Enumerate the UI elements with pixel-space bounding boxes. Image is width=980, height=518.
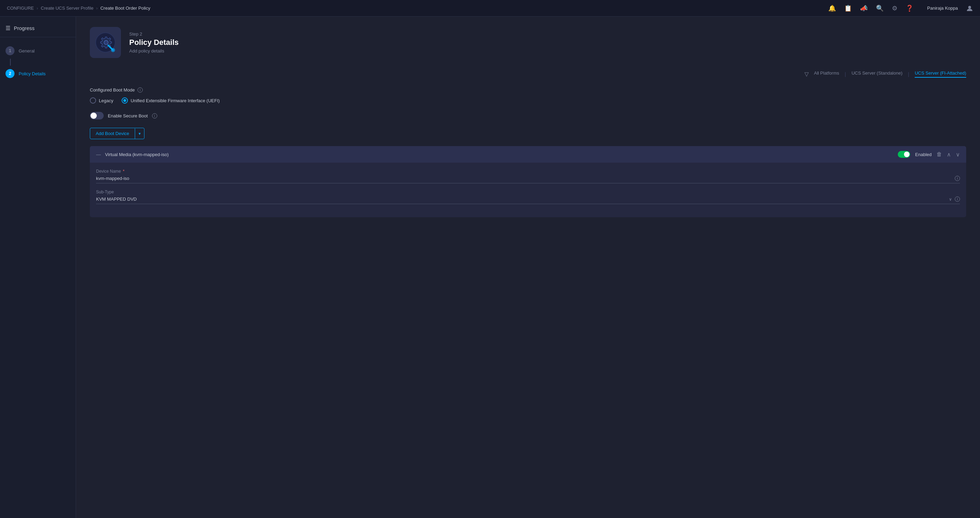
search-icon[interactable]: 🔍 bbox=[876, 5, 884, 12]
step-circle-1: 1 bbox=[6, 46, 14, 55]
device-card-0: — Virtual Media (kvm-mapped-iso) Enabled… bbox=[90, 146, 966, 217]
radio-circle-uefi bbox=[122, 97, 128, 103]
main-content: Step 2 Policy Details Add policy details… bbox=[76, 17, 980, 518]
secure-boot-info-icon[interactable]: i bbox=[152, 113, 157, 118]
breadcrumb: CONFIGURE › Create UCS Server Profile › … bbox=[7, 6, 828, 11]
field-device-name: Device Name * i bbox=[96, 169, 960, 183]
megaphone-icon[interactable]: 📣 bbox=[860, 5, 868, 12]
policy-header: Step 2 Policy Details Add policy details bbox=[90, 27, 966, 58]
help-icon[interactable]: ❓ bbox=[906, 5, 913, 12]
device-delete-icon[interactable]: 🗑 bbox=[937, 151, 942, 157]
field-label-device-name: Device Name * bbox=[96, 169, 960, 174]
page-subtitle: Add policy details bbox=[129, 48, 179, 54]
sidebar-item-general[interactable]: 1 General bbox=[0, 43, 76, 59]
nav-icons: 🔔 📋 📣 🔍 ⚙ ❓ Paniraja Koppa bbox=[828, 5, 973, 12]
add-boot-row: Add Boot Device ▾ bbox=[90, 128, 966, 139]
device-down-icon[interactable]: ∨ bbox=[956, 151, 960, 158]
toggle-knob bbox=[91, 113, 97, 119]
radio-legacy[interactable]: Legacy bbox=[90, 97, 113, 103]
device-name-info-icon[interactable]: i bbox=[955, 176, 960, 181]
policy-icon-container bbox=[90, 27, 121, 58]
platform-sep-1: | bbox=[845, 72, 846, 77]
breadcrumb-configure[interactable]: CONFIGURE bbox=[7, 6, 34, 11]
platform-tab-standalone[interactable]: UCS Server (Standalone) bbox=[851, 70, 902, 78]
boot-mode-section: Configured Boot Mode i Legacy Unified Ex… bbox=[90, 87, 966, 103]
platform-sep-2: | bbox=[908, 72, 910, 77]
field-sub-type: Sub-Type KVM MAPPED DVD ∨ i bbox=[96, 189, 960, 204]
sidebar-title: Progress bbox=[14, 25, 35, 31]
add-boot-main-btn[interactable]: Add Boot Device bbox=[90, 128, 135, 139]
sub-type-chevron-icon[interactable]: ∨ bbox=[949, 197, 952, 202]
sub-type-value: KVM MAPPED DVD bbox=[96, 197, 946, 202]
field-input-row-device-name: i bbox=[96, 176, 960, 183]
main-layout: ☰ Progress 1 General 2 Policy Details bbox=[0, 17, 980, 518]
svg-point-2 bbox=[104, 40, 108, 44]
add-boot-device-button[interactable]: Add Boot Device ▾ bbox=[90, 128, 145, 139]
boot-mode-info-icon[interactable]: i bbox=[138, 87, 143, 92]
device-collapse-icon[interactable]: — bbox=[96, 152, 101, 157]
clipboard-icon[interactable]: 📋 bbox=[844, 5, 852, 12]
field-required-marker: * bbox=[123, 169, 124, 174]
topnav: CONFIGURE › Create UCS Server Profile › … bbox=[0, 0, 980, 17]
secure-boot-row: Enable Secure Boot i bbox=[90, 112, 966, 119]
secure-boot-label: Enable Secure Boot bbox=[108, 113, 148, 118]
device-header-right: Enabled 🗑 ∧ ∨ bbox=[898, 151, 960, 158]
step-circle-2: 2 bbox=[6, 69, 14, 78]
radio-label-uefi: Unified Extensible Firmware Interface (U… bbox=[130, 98, 220, 103]
device-enabled-toggle[interactable] bbox=[898, 151, 910, 158]
sidebar-label-general: General bbox=[19, 48, 35, 54]
sidebar: ☰ Progress 1 General 2 Policy Details bbox=[0, 17, 76, 518]
device-name-input[interactable] bbox=[96, 176, 952, 181]
radio-dot-uefi bbox=[123, 99, 126, 102]
sidebar-label-policy-details: Policy Details bbox=[19, 71, 46, 76]
sidebar-item-policy-details[interactable]: 2 Policy Details bbox=[0, 66, 76, 81]
field-label-sub-type: Sub-Type bbox=[96, 189, 960, 194]
device-up-icon[interactable]: ∧ bbox=[947, 151, 951, 158]
step-connector bbox=[10, 59, 11, 66]
platform-filter: ▽ All Platforms | UCS Server (Standalone… bbox=[90, 70, 966, 78]
device-card-body: Device Name * i Sub-Type KVM MAPPED DVD bbox=[90, 163, 966, 217]
boot-mode-label: Configured Boot Mode i bbox=[90, 87, 966, 92]
platform-tab-fi-attached[interactable]: UCS Server (FI-Attached) bbox=[915, 70, 966, 78]
step-number: Step 2 bbox=[129, 32, 179, 37]
device-name: Virtual Media (kvm-mapped-iso) bbox=[105, 152, 169, 157]
user-avatar-icon[interactable] bbox=[966, 5, 973, 12]
filter-icon[interactable]: ▽ bbox=[805, 71, 808, 77]
svg-point-3 bbox=[111, 48, 115, 52]
boot-mode-radio-group: Legacy Unified Extensible Firmware Inter… bbox=[90, 97, 966, 103]
page-title: Policy Details bbox=[129, 38, 179, 47]
breadcrumb-current: Create Boot Order Policy bbox=[100, 6, 150, 11]
gear-icon[interactable]: ⚙ bbox=[892, 5, 897, 12]
radio-uefi[interactable]: Unified Extensible Firmware Interface (U… bbox=[122, 97, 220, 103]
sidebar-header: ☰ Progress bbox=[0, 22, 76, 37]
radio-label-legacy: Legacy bbox=[99, 98, 113, 103]
breadcrumb-create-ucs[interactable]: Create UCS Server Profile bbox=[41, 6, 93, 11]
add-boot-chevron-btn[interactable]: ▾ bbox=[135, 129, 144, 139]
field-select-row-sub-type[interactable]: KVM MAPPED DVD ∨ i bbox=[96, 197, 960, 204]
sub-type-info-icon[interactable]: i bbox=[955, 197, 960, 202]
platform-tab-all[interactable]: All Platforms bbox=[814, 70, 839, 78]
device-card-header: — Virtual Media (kvm-mapped-iso) Enabled… bbox=[90, 146, 966, 163]
policy-title-area: Step 2 Policy Details Add policy details bbox=[129, 32, 179, 54]
radio-circle-legacy bbox=[90, 97, 96, 103]
device-header-left: — Virtual Media (kvm-mapped-iso) bbox=[96, 152, 169, 157]
device-enabled-label: Enabled bbox=[915, 152, 932, 157]
policy-gear-icon bbox=[95, 32, 116, 53]
breadcrumb-sep-2: › bbox=[96, 6, 97, 11]
breadcrumb-sep-1: › bbox=[37, 6, 38, 11]
user-name[interactable]: Paniraja Koppa bbox=[927, 6, 958, 11]
bell-icon[interactable]: 🔔 bbox=[828, 5, 836, 12]
svg-point-0 bbox=[968, 6, 971, 9]
device-toggle-knob bbox=[904, 152, 910, 157]
secure-boot-toggle[interactable] bbox=[90, 112, 103, 119]
sidebar-menu-icon: ☰ bbox=[6, 25, 10, 32]
